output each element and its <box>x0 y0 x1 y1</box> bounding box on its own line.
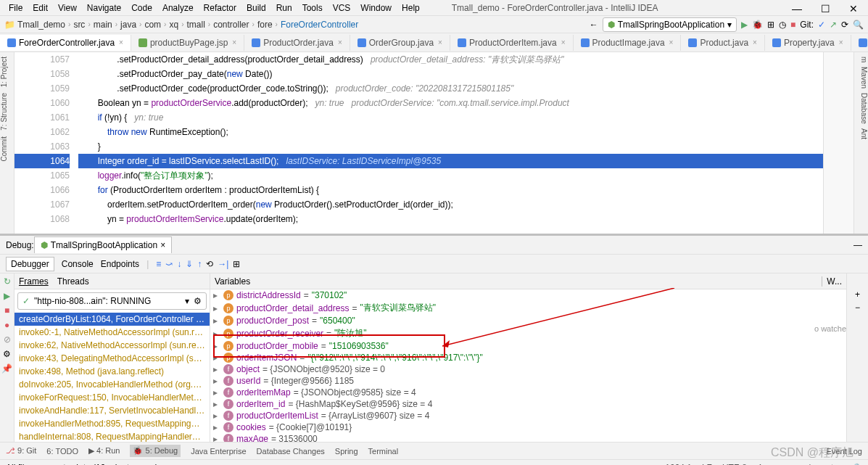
evaluate-icon[interactable]: ⊞ <box>233 259 240 269</box>
minimize-icon[interactable]: — <box>788 1 806 16</box>
variable-row[interactable]: ▸pproductOrder_mobile = "15106903536" <box>213 340 846 352</box>
indent[interactable]: 4 spaces <box>757 463 792 466</box>
menu-run[interactable]: Run <box>272 1 297 15</box>
variable-row[interactable]: ▸pproductOrder_detail_address = "青软实训菜鸟驿… <box>213 301 846 315</box>
stack-frame[interactable]: invokeHandlerMethod:895, RequestMappingH… <box>15 417 210 430</box>
close-tab-icon[interactable]: × <box>561 38 566 46</box>
menu-view[interactable]: View <box>54 1 81 15</box>
crumb[interactable]: main <box>94 20 112 30</box>
ant-tool[interactable]: Ant <box>854 128 868 139</box>
menu-refactor[interactable]: Refactor <box>199 1 241 15</box>
close-tab-icon[interactable]: × <box>753 38 757 46</box>
crumb[interactable]: controller <box>213 20 249 30</box>
stack-frame[interactable]: invoke:498, Method (java.lang.reflect) <box>15 365 210 378</box>
menu-file[interactable]: File <box>4 1 27 15</box>
encoding[interactable]: UTF-8 <box>722 463 747 466</box>
endpoints-tab[interactable]: Endpoints <box>101 259 139 269</box>
drop-frame-icon[interactable]: ⟲ <box>206 259 213 269</box>
expand-icon[interactable]: ▸ <box>213 329 220 339</box>
variable-row[interactable]: ▸pproductOrder_post = "650400" <box>213 315 846 326</box>
debug-config-tab[interactable]: ⬢ TmallSpringBootApplication × <box>34 236 172 253</box>
editor-tab[interactable]: productBuyPage.jsp× <box>131 35 244 51</box>
git-tool[interactable]: ⎇ 9: Git <box>6 446 36 456</box>
show-exec-icon[interactable]: ≡ <box>156 259 161 269</box>
crumb[interactable]: fore <box>257 20 273 30</box>
expand-icon[interactable]: ▸ <box>213 290 220 300</box>
expand-icon[interactable]: ▸ <box>213 422 220 432</box>
frames-tab[interactable]: Frames <box>19 276 49 287</box>
stop-icon[interactable]: ■ <box>790 20 795 30</box>
variable-row[interactable]: ▸pproductOrder_receiver = "陈汝旭" <box>213 326 846 340</box>
step-into-icon[interactable]: ↓ <box>177 259 181 269</box>
variable-row[interactable]: ▸pdistrictAddressId = "370102" <box>213 289 846 301</box>
search-icon[interactable]: 🔍 <box>853 20 864 30</box>
add-watch-icon[interactable]: + <box>855 289 860 300</box>
menu-vcs[interactable]: VCS <box>328 1 355 15</box>
git-branch[interactable]: ⎇ master <box>802 463 841 466</box>
thread-selector[interactable]: ✓ "http-nio-808...ain": RUNNING ▾ ⚙ <box>17 292 207 310</box>
breakpoints-icon[interactable]: ● <box>4 320 9 330</box>
menu-analyze[interactable]: Analyze <box>158 1 198 15</box>
debug-icon[interactable]: 🐞 <box>752 20 763 30</box>
stack-frame[interactable]: invokeAndHandle:117, ServletInvocableHan… <box>15 404 210 417</box>
frames-list[interactable]: createOrderByList:1064, ForeOrderControl… <box>15 313 210 442</box>
debug-tool[interactable]: 🐞 5: Debug <box>130 445 181 457</box>
todo-tool[interactable]: 6: TODO <box>46 447 78 456</box>
close-tab-icon[interactable]: × <box>160 240 165 250</box>
close-tab-icon[interactable]: × <box>232 38 236 46</box>
resume-icon[interactable]: ▶ <box>4 291 10 301</box>
step-over-icon[interactable]: ⤻ <box>165 259 173 269</box>
commit-tool[interactable]: Commit <box>0 136 14 161</box>
run-tool[interactable]: ▶ 4: Run <box>88 446 120 456</box>
maven-tool[interactable]: m <box>854 57 868 62</box>
stack-frame[interactable]: invoke:43, DelegatingMethodAccessorImpl … <box>15 352 210 365</box>
settings-icon[interactable]: ⚙ <box>3 349 11 359</box>
maven-label[interactable]: Maven <box>854 67 868 89</box>
menu-code[interactable]: Code <box>127 1 157 15</box>
terminal-tool[interactable]: Terminal <box>368 447 399 456</box>
minimize-panel-icon[interactable]: — <box>853 240 862 250</box>
editor-tab[interactable]: ProductOrder.java× <box>244 35 350 51</box>
crumb[interactable]: tmall <box>186 20 204 30</box>
menu-window[interactable]: Window <box>356 1 396 15</box>
stack-frame[interactable]: handleInternal:808, RequestMappingHandle… <box>15 430 210 442</box>
pin-icon[interactable]: 📌 <box>1 363 12 374</box>
close-tab-icon[interactable]: × <box>669 38 674 46</box>
expand-icon[interactable]: ▸ <box>213 364 220 374</box>
crumb[interactable]: Tmall_demo <box>17 20 65 30</box>
code-editor[interactable]: 1057105810591060106110621063106410651066… <box>15 52 853 234</box>
maximize-icon[interactable]: ☐ <box>817 1 835 16</box>
editor-tab[interactable]: ForeOrderController.java× <box>0 35 131 51</box>
coverage-icon[interactable]: ⊞ <box>767 20 774 30</box>
stack-frame[interactable]: createOrderByList:1064, ForeOrderControl… <box>15 313 210 326</box>
line-sep[interactable]: LF <box>702 463 712 466</box>
database-tool[interactable]: Database <box>854 93 868 124</box>
structure-tool[interactable]: 7: Structure <box>0 93 14 131</box>
menu-edit[interactable]: Edit <box>28 1 52 15</box>
expand-icon[interactable]: ▸ <box>213 387 220 398</box>
rerun-icon[interactable]: ↻ <box>4 276 11 287</box>
back-icon[interactable]: ← <box>590 20 598 30</box>
close-tab-icon[interactable]: × <box>338 38 342 46</box>
expand-icon[interactable]: ▸ <box>213 353 220 363</box>
stack-frame[interactable]: invoke0:-1, NativeMethodAccessorImpl (su… <box>15 326 210 339</box>
crumb-class[interactable]: ForeOrderController <box>281 20 358 30</box>
stack-frame[interactable]: doInvoke:205, InvocableHandlerMethod (or… <box>15 378 210 391</box>
force-step-into-icon[interactable]: ⇓ <box>186 259 193 269</box>
editor-tab[interactable]: ProductOrderItem.java× <box>450 35 574 51</box>
variable-row[interactable]: ▸fobject = {JSONObject@9520} size = 0 <box>213 363 846 375</box>
expand-icon[interactable]: ▸ <box>213 434 220 442</box>
git-history-icon[interactable]: ⟳ <box>841 20 848 30</box>
close-tab-icon[interactable]: × <box>119 38 123 46</box>
expand-icon[interactable]: ▸ <box>213 399 220 409</box>
stack-frame[interactable]: invokeForRequest:150, InvocableHandlerMe… <box>15 391 210 404</box>
java-ee-tool[interactable]: Java Enterprise <box>191 447 246 456</box>
spring-tool[interactable]: Spring <box>335 447 358 456</box>
variable-row[interactable]: ▸fmaxAge = 31536000 <box>213 433 846 442</box>
variable-row[interactable]: ▸fuserId = {Integer@9566} 1185 <box>213 375 846 387</box>
variable-row[interactable]: ▸forderItemMap = {JSONObject@9585} size … <box>213 387 846 398</box>
db-changes-tool[interactable]: Database Changes <box>257 447 325 456</box>
editor-tab[interactable]: Product.java× <box>681 35 765 51</box>
editor-tab[interactable]: Property.java× <box>765 35 851 51</box>
code-area[interactable]: .setProductOrder_detail_address(productO… <box>78 52 823 234</box>
